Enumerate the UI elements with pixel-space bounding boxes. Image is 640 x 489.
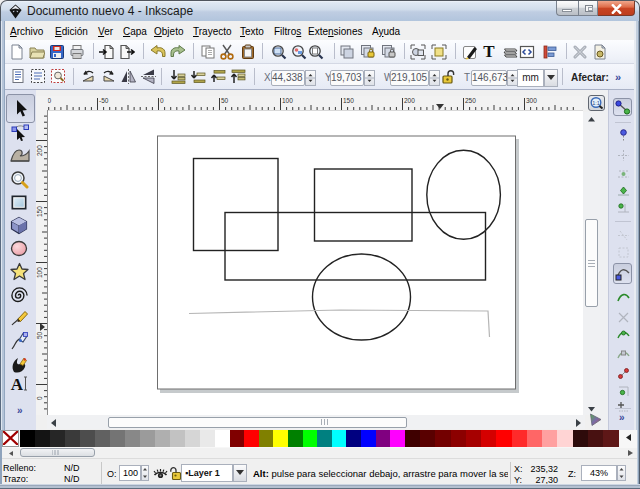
- svg-text:200: 200: [404, 97, 415, 104]
- svg-text:-50: -50: [99, 97, 109, 104]
- svg-text:250: 250: [465, 97, 476, 104]
- svg-text:50: 50: [221, 97, 229, 104]
- svg-text:1:1: 1:1: [592, 100, 600, 106]
- svg-text:100: 100: [282, 97, 293, 104]
- svg-text:0: 0: [160, 97, 164, 104]
- svg-text:200: 200: [36, 145, 43, 156]
- svg-text:A: A: [11, 375, 24, 392]
- svg-text:300: 300: [526, 97, 537, 104]
- svg-text:0: 0: [36, 396, 43, 400]
- svg-text:T: T: [483, 43, 495, 60]
- svg-text:50: 50: [36, 331, 43, 339]
- svg-text:100: 100: [36, 267, 43, 278]
- svg-text:150: 150: [36, 206, 43, 217]
- svg-text:150: 150: [343, 97, 354, 104]
